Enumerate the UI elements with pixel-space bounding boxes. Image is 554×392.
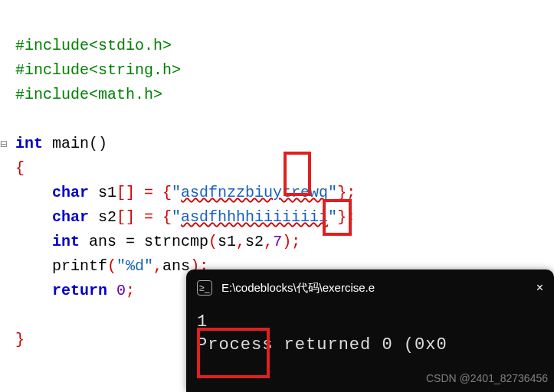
brace-close: }: [15, 331, 25, 348]
decl-s1: char s1[] = {"asdfnzzbiuytrewq"};: [15, 184, 356, 201]
include-directive: #include<math.h>: [15, 86, 162, 103]
fold-icon[interactable]: ⊟: [0, 133, 7, 158]
close-icon[interactable]: ×: [536, 281, 543, 295]
include-directive: #include<stdio.h>: [15, 37, 172, 54]
printf-call: printf("%d",ans);: [15, 257, 208, 275]
console-output: 1 Process returned 0 (0x0: [186, 306, 554, 361]
decl-s2: char s2[] = {"asdfhhhhiiiiiiii"};: [15, 208, 356, 226]
watermark-text: CSDN @2401_82736456: [426, 372, 548, 384]
console-title: E:\codeblocks\代码\exercise.e: [221, 281, 527, 296]
output-line: Process returned 0 (0x0: [197, 334, 543, 357]
main-signature: int main(): [15, 135, 107, 152]
brace-open: {: [15, 159, 25, 177]
console-titlebar[interactable]: ≥_ E:\codeblocks\代码\exercise.e ×: [186, 270, 554, 306]
include-directive: #include<string.h>: [15, 61, 181, 79]
output-line: 1: [197, 311, 543, 334]
decl-ans: int ans = strncmp(s1,s2,7);: [15, 233, 300, 250]
console-window[interactable]: ≥_ E:\codeblocks\代码\exercise.e × 1 Proce…: [186, 270, 554, 392]
blank-line: [15, 306, 25, 324]
blank-line: [15, 110, 25, 128]
terminal-icon: ≥_: [197, 280, 212, 296]
return-stmt: return 0;: [15, 282, 135, 299]
